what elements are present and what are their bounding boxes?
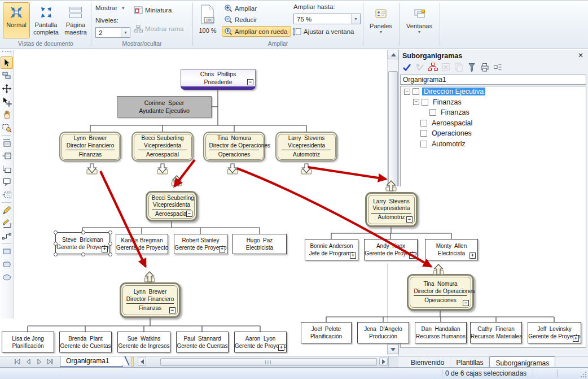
steve-brickman-box[interactable]: Steve BrickmanGerente de Proyecto+ <box>55 232 110 254</box>
apply-check-button[interactable] <box>401 62 413 72</box>
cathy-fineran-box[interactable]: Cathy FineranRecursos Materiales <box>470 322 522 343</box>
tree-checkbox[interactable] <box>429 109 436 116</box>
fit-window-button[interactable]: Ajustar a ventana <box>292 27 354 36</box>
rectangle-tool[interactable] <box>1 245 13 258</box>
insert-multi-tool[interactable] <box>1 189 13 201</box>
tree-item-operaciones[interactable]: Operaciones <box>401 128 586 139</box>
selection-handle[interactable] <box>108 242 112 246</box>
kandis-bregman-box[interactable]: Kandis BregmanGerente de Proyecto <box>116 234 168 254</box>
robert-stanley-box[interactable]: Robert StanleyGerente de Proyecto+ <box>174 234 227 254</box>
windows-button[interactable]: Ventanas ▾ <box>402 2 437 41</box>
thumbnail-toggle[interactable]: Miniatura <box>134 6 172 15</box>
zoom-box-tool[interactable] <box>1 121 13 134</box>
collapse-icon[interactable]: − <box>406 216 413 223</box>
zoom-in-button[interactable]: Ampliar <box>224 4 257 12</box>
master-page-button[interactable]: Página maestra <box>62 2 89 38</box>
subchart-link-down-icon[interactable] <box>299 163 314 175</box>
collapse-icon[interactable]: − <box>413 99 419 105</box>
andy-knox-box[interactable]: Andy KnoxGerente de Proyecto+ <box>364 239 418 260</box>
subchart-link-down-icon[interactable] <box>85 163 99 175</box>
paul-stannard-box[interactable]: Paul StannardGerente de Cuentas <box>176 332 229 352</box>
remove-check-button[interactable] <box>414 62 425 72</box>
move-box-tool[interactable] <box>1 95 13 108</box>
brenda-plant-box[interactable]: Brenda PlantGerente de Cuentas <box>59 332 112 352</box>
selection-handle[interactable] <box>54 252 58 256</box>
last-sheet-button[interactable] <box>46 358 54 365</box>
corinne-speer-box[interactable]: Corinne SpeerAyudante Ejecutivo <box>117 96 212 117</box>
suborg-name-field[interactable]: Organigrama1 <box>400 75 586 85</box>
scroll-right-button[interactable] <box>379 358 388 366</box>
next-sheet-button[interactable] <box>35 358 43 365</box>
chevron-down-icon[interactable]: ▾ <box>351 14 360 24</box>
sue-watkins-box[interactable]: Sue WatkinsGerente de Ingresos <box>117 332 170 352</box>
selection-handle[interactable] <box>81 230 85 234</box>
box-select-tool[interactable] <box>1 69 13 82</box>
subchart-link-up-icon[interactable] <box>142 271 157 282</box>
becci-seuberling-sub-box[interactable]: Becci SeuberlingVicepresidentaAeroespaci… <box>146 191 198 221</box>
larry-stevens-sub-box[interactable]: Larry StevensVicepresidentaAutomotriz− <box>365 192 418 227</box>
pan-tool[interactable] <box>1 82 13 95</box>
selection-handle[interactable] <box>108 252 112 256</box>
sheet-tab-organigrama1[interactable]: Organigrama1 <box>60 356 123 367</box>
expand-icon[interactable]: + <box>573 336 579 342</box>
tree-checkbox[interactable] <box>420 120 427 127</box>
ellipse-tool[interactable] <box>1 271 13 284</box>
collapse-icon[interactable]: − <box>186 211 192 217</box>
lynn-brewer-sub-box[interactable]: Lynn BrewerDirector FinancieroFinanzas− <box>120 282 181 318</box>
aaron-lyon-box[interactable]: Aaron LyonGerente de Proyecto+ <box>234 332 287 352</box>
subchart-link-up-icon[interactable] <box>431 264 446 275</box>
lynn-brewer-vp-box[interactable]: Lynn BrewerDirector FinancieroFinanzas <box>59 132 121 162</box>
select-tool[interactable] <box>1 56 13 69</box>
zoom-to-combo[interactable]: 75 %▾ <box>293 14 361 24</box>
resize-grip-icon[interactable] <box>580 371 587 378</box>
expand-icon[interactable]: + <box>102 246 108 252</box>
zoom-out-button[interactable]: Reducir <box>224 15 257 24</box>
scroll-down-button-face[interactable] <box>387 345 398 354</box>
expand-icon[interactable]: + <box>409 252 415 259</box>
panel-tab-plantillas[interactable]: Plantillas <box>450 357 489 367</box>
subchart-link-down-icon[interactable] <box>155 163 170 175</box>
expand-icon[interactable]: + <box>469 252 476 259</box>
insert-assistant-tool[interactable] <box>1 163 13 175</box>
tree-checkbox[interactable] <box>420 141 427 147</box>
tab-split-handle[interactable] <box>131 357 134 367</box>
collapse-icon[interactable]: − <box>169 307 175 313</box>
horizontal-scroll-thumb[interactable] <box>160 358 377 366</box>
tina-nomura-sub-box[interactable]: Tina NomuraDirector de OperacionesOperac… <box>407 274 474 311</box>
scroll-up-button[interactable] <box>388 50 399 59</box>
selection-handle[interactable] <box>108 230 112 234</box>
tina-nomura-vp-box[interactable]: Tina NomuraDirector de OperacionesOperac… <box>203 132 265 162</box>
tree-item-aeroespacial[interactable]: Aeroespacial <box>401 118 586 129</box>
subchart-link-up-icon[interactable] <box>384 180 398 191</box>
draw-pencil-tool[interactable] <box>1 204 13 216</box>
word-export-button[interactable] <box>453 62 464 72</box>
connector-tool[interactable] <box>1 230 13 242</box>
show-dropdown[interactable]: Mostrar <box>95 5 125 11</box>
jeff-levinsky-box[interactable]: Jeff LevinskyGerente de Proyecto+ <box>528 322 581 343</box>
hand-tool[interactable] <box>1 108 13 121</box>
close-icon[interactable]: ✕ <box>578 51 583 59</box>
becci-seuberling-vp-box[interactable]: Becci SeuberlingVicepresidentaAeroespaci… <box>131 132 194 162</box>
rounded-rectangle-tool[interactable] <box>1 258 13 271</box>
bonnie-anderson-box[interactable]: Bonnie AndersonJefe de Programa+ <box>305 239 358 260</box>
selection-handle[interactable] <box>54 242 58 246</box>
tree-checkbox[interactable] <box>422 99 428 106</box>
hugo-paz-box[interactable]: Hugo PazElectricista <box>232 234 287 254</box>
suborg-options-button[interactable] <box>492 62 503 72</box>
first-sheet-button[interactable] <box>14 358 21 365</box>
insert-superior-tool[interactable] <box>1 137 13 149</box>
toolbar-grip[interactable] <box>2 51 11 55</box>
collapse-icon[interactable]: − <box>247 79 253 85</box>
chevron-down-icon[interactable]: ▾ <box>121 28 130 37</box>
prev-sheet-button[interactable] <box>24 358 32 365</box>
zoom-100-button[interactable]: 100 100 % <box>195 2 220 38</box>
excel-export-button[interactable] <box>440 62 451 72</box>
merge-suborg-button[interactable] <box>466 62 477 72</box>
selection-handle[interactable] <box>81 252 85 256</box>
joel-pelote-box[interactable]: Joel PelotePlanificación <box>301 322 352 343</box>
expand-icon[interactable]: + <box>278 345 284 351</box>
normal-view-button[interactable]: Normal <box>3 2 30 38</box>
panel-tab-suborganigramas[interactable]: Suborganigramas <box>489 356 555 367</box>
lisa-de-jong-box[interactable]: Lisa de JongPlanificación <box>2 332 54 352</box>
show-branch-button[interactable]: Mostrar rama <box>134 24 183 33</box>
